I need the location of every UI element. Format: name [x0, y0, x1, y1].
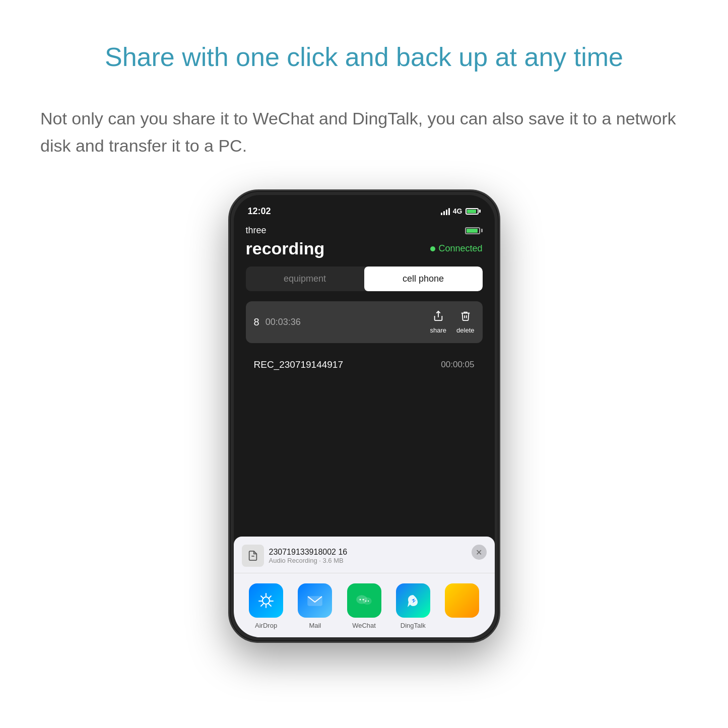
phone-shell: 12:02 4G [228, 189, 500, 643]
share-apps-row: AirDrop Mail [234, 573, 495, 637]
share-icon [433, 310, 444, 324]
status-time: 12:02 [248, 206, 271, 217]
delete-icon [460, 310, 471, 324]
connected-dot [430, 246, 435, 251]
dingtalk-share-app[interactable]: DingTalk [388, 583, 437, 629]
airdrop-share-app[interactable]: AirDrop [242, 583, 291, 629]
phone-screen: 12:02 4G [234, 195, 495, 637]
airdrop-label: AirDrop [255, 622, 277, 629]
recording-actions-1: share delete [430, 310, 475, 334]
mail-label: Mail [309, 622, 321, 629]
cellphone-toggle-btn[interactable]: cell phone [364, 267, 483, 291]
share-close-button[interactable]: ✕ [472, 545, 487, 560]
app-header-row: three [246, 225, 483, 236]
delete-button[interactable]: delete [456, 310, 474, 334]
file-name: 230719133918002 16 [269, 548, 348, 557]
device-battery [465, 227, 483, 234]
share-sheet-header: 230719133918002 16 Audio Recording · 3.6… [234, 545, 495, 573]
svg-point-7 [362, 599, 364, 601]
airdrop-icon [249, 583, 283, 618]
volume-up-button [228, 322, 229, 362]
source-toggle[interactable]: equipment cell phone [246, 267, 483, 291]
wechat-share-app[interactable]: WeChat [340, 583, 388, 629]
svg-point-5 [363, 598, 371, 605]
share-file-info: 230719133918002 16 Audio Recording · 3.6… [242, 545, 348, 567]
svg-point-9 [367, 601, 368, 602]
device-label: three [246, 225, 267, 236]
recording-duration-2: 00:00:05 [441, 360, 474, 370]
mail-icon [298, 583, 332, 618]
app-title: recording [246, 239, 325, 258]
volume-down-button [228, 372, 229, 413]
weather-share-app[interactable] [437, 583, 486, 629]
wechat-label: WeChat [352, 622, 376, 629]
recording-item-1[interactable]: 8 00:03:36 share [246, 301, 483, 343]
recording-info-1: 8 00:03:36 [254, 316, 301, 328]
page-title: Share with one click and back up at any … [105, 40, 623, 75]
app-title-row: recording Connected [246, 239, 483, 258]
equipment-toggle-btn[interactable]: equipment [246, 267, 364, 291]
status-icons: 4G [441, 207, 481, 215]
page-header: Share with one click and back up at any … [54, 40, 674, 75]
svg-point-8 [365, 601, 366, 602]
power-button [500, 307, 500, 367]
signal-icon [441, 207, 450, 215]
weather-icon [445, 583, 479, 618]
connected-text: Connected [438, 243, 482, 254]
delete-label: delete [456, 326, 474, 334]
mail-share-app[interactable]: Mail [291, 583, 340, 629]
page-description: Not only can you share it to WeChat and … [0, 105, 728, 160]
svg-point-6 [359, 599, 361, 601]
file-meta: Audio Recording · 3.6 MB [269, 557, 348, 564]
recording-duration-1: 00:03:36 [266, 317, 301, 327]
share-sheet: 230719133918002 16 Audio Recording · 3.6… [234, 537, 495, 637]
wechat-icon [347, 583, 381, 618]
network-label: 4G [453, 207, 462, 215]
share-button[interactable]: share [430, 310, 447, 334]
dingtalk-icon [396, 583, 430, 618]
connected-badge: Connected [430, 243, 482, 254]
recording-name-2: REC_230719144917 [254, 359, 344, 370]
phone-notch [329, 199, 400, 215]
recording-item-2[interactable]: REC_230719144917 00:00:05 [246, 351, 483, 378]
phone-mockup: 12:02 4G [228, 189, 500, 643]
file-details: 230719133918002 16 Audio Recording · 3.6… [269, 548, 348, 564]
app-content: three recording Connected [234, 220, 495, 378]
file-icon [242, 545, 264, 567]
battery-icon [466, 208, 481, 215]
dingtalk-label: DingTalk [401, 622, 426, 629]
share-label: share [430, 326, 447, 334]
recording-number: 8 [254, 316, 259, 328]
